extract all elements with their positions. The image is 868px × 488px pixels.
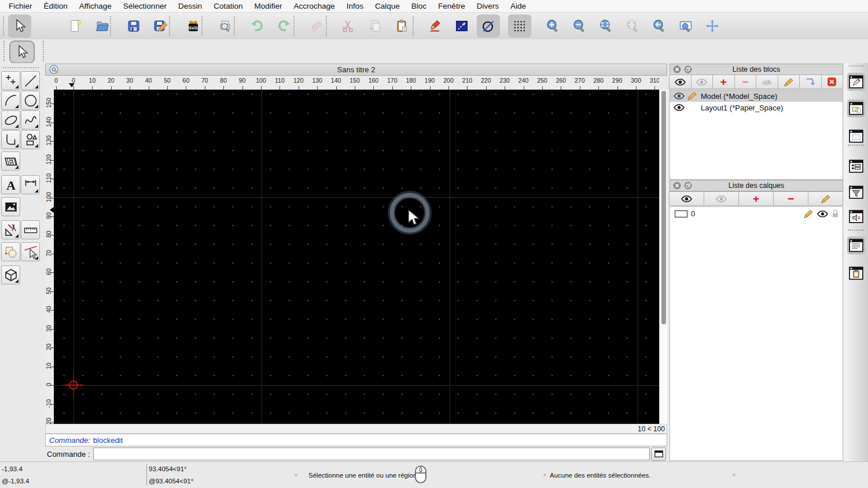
layer-visible-icon[interactable]	[817, 210, 828, 217]
drawing-canvas[interactable]	[54, 90, 659, 424]
hide-all-layers-button[interactable]	[704, 191, 739, 206]
zoom-previous-button[interactable]	[621, 14, 644, 38]
redo-button[interactable]	[273, 14, 296, 38]
save-as-button[interactable]	[149, 14, 172, 38]
menu-calque[interactable]: Calque	[369, 0, 406, 13]
scrollbar-thumb[interactable]	[661, 91, 666, 324]
layer-row-0[interactable]: 0	[670, 207, 843, 220]
shapes-tool-button[interactable]	[21, 130, 40, 149]
library-browser-toggle-button[interactable]	[847, 127, 865, 145]
measure-tool-button[interactable]	[21, 220, 40, 239]
layers-panel-close-icon[interactable]	[673, 182, 681, 190]
command-history-toggle-button[interactable]	[847, 236, 865, 254]
grid-button[interactable]	[508, 14, 531, 38]
hide-all-blocks-button[interactable]	[691, 75, 713, 89]
show-all-layers-button[interactable]	[669, 191, 704, 206]
menu-edition[interactable]: Édition	[38, 0, 73, 13]
block-edit-icon[interactable]	[687, 91, 697, 101]
open-file-button[interactable]	[91, 14, 114, 38]
block-visible-icon[interactable]	[674, 104, 685, 111]
hatch-tool-button[interactable]	[1, 151, 20, 171]
menu-selectionner[interactable]: Sélectionner	[117, 0, 172, 13]
zoom-pan-button[interactable]	[701, 14, 724, 38]
blocks-panel-close-icon[interactable]	[673, 65, 681, 73]
menu-infos[interactable]: Infos	[341, 0, 369, 13]
points-tool-button[interactable]	[1, 71, 20, 90]
order-tool-button[interactable]	[1, 242, 20, 261]
rename-block-button[interactable]: a|b	[756, 75, 778, 89]
menu-affichage[interactable]: Affichage	[73, 0, 117, 13]
layer-color-swatch[interactable]	[675, 210, 687, 217]
arc-tool-button[interactable]	[1, 91, 20, 110]
layer-lock-icon[interactable]	[832, 209, 839, 218]
blocks-panel-header: Liste des blocs	[670, 64, 843, 75]
spline-tool-button[interactable]	[21, 110, 40, 130]
line-tool-button[interactable]	[21, 71, 40, 90]
command-input[interactable]	[93, 448, 650, 460]
clipboard-toggle-button[interactable]	[847, 264, 865, 282]
zoom-in-button[interactable]	[541, 14, 564, 38]
zoom-back-button[interactable]	[648, 14, 671, 38]
layer-edit-icon[interactable]	[803, 209, 814, 219]
block-row-layout1[interactable]: Layout1 (*Paper_Space)	[670, 102, 843, 113]
entity-list-toggle-button[interactable]	[847, 157, 865, 175]
block-list-toggle-button[interactable]	[847, 73, 865, 91]
remove-block-button[interactable]: −	[734, 75, 757, 89]
edit-block-button[interactable]	[778, 75, 800, 89]
paste-button[interactable]	[391, 14, 414, 38]
block-visible-icon[interactable]	[674, 93, 685, 99]
draw-line-button[interactable]	[450, 14, 473, 38]
show-all-blocks-button[interactable]	[669, 75, 692, 89]
remove-layer-button[interactable]: −	[773, 191, 808, 206]
menu-modifier[interactable]: Modifier	[248, 0, 288, 13]
menu-fenetre[interactable]: Fenêtre	[432, 0, 471, 13]
cut-button[interactable]	[336, 14, 359, 38]
copy-button[interactable]	[363, 14, 387, 38]
blocks-panel-float-icon[interactable]	[684, 65, 692, 73]
edit-layer-button[interactable]	[808, 191, 843, 206]
menu-aide[interactable]: Aide	[505, 0, 532, 13]
pen-icon	[428, 19, 442, 33]
menu-bloc[interactable]: Bloc	[406, 0, 432, 13]
menu-divers[interactable]: Divers	[471, 0, 505, 13]
zoom-auto-button[interactable]	[594, 14, 617, 38]
image-tool-button[interactable]	[1, 197, 20, 216]
new-file-button[interactable]	[64, 14, 87, 38]
deselect-tool-button[interactable]	[21, 242, 40, 261]
save-button[interactable]	[122, 14, 145, 38]
undo-button[interactable]	[245, 14, 269, 38]
menu-cotation[interactable]: Cotation	[208, 0, 248, 13]
zoom-out-button[interactable]	[568, 14, 591, 38]
layers-panel-float-icon[interactable]	[684, 182, 692, 190]
solid3d-tool-button[interactable]	[1, 265, 20, 284]
command-options-button[interactable]	[651, 448, 666, 461]
print-preview-button[interactable]	[214, 14, 237, 38]
canvas-vertical-scrollbar[interactable]	[659, 90, 667, 424]
polyline-tool-button[interactable]	[1, 130, 20, 149]
block-row-model[interactable]: Model (*Model_Space)	[670, 90, 843, 102]
insert-block-button[interactable]	[799, 75, 822, 89]
selection-filter-toggle-button[interactable]	[847, 183, 865, 201]
svg-export-button[interactable]: SVG	[182, 14, 205, 38]
draw-circle-button[interactable]	[477, 14, 500, 38]
circle-tool-button[interactable]	[21, 91, 40, 110]
text-tool-button[interactable]: A	[1, 175, 20, 194]
pen-button[interactable]	[423, 14, 446, 38]
menu-fichier[interactable]: Fichier	[3, 0, 38, 13]
dimension-tool-button[interactable]	[21, 175, 40, 194]
add-block-button[interactable]: +	[712, 75, 735, 89]
menu-dessin[interactable]: Dessin	[172, 0, 208, 13]
select-button[interactable]	[8, 14, 31, 38]
plugins-toggle-button[interactable]	[847, 208, 865, 225]
ellipse-tool-button[interactable]	[1, 110, 20, 130]
select-toolbar	[0, 39, 868, 63]
zoom-window-button[interactable]	[674, 14, 697, 38]
menu-accrochage[interactable]: Accrochage	[288, 0, 340, 13]
add-layer-button[interactable]: +	[738, 191, 774, 206]
eraser-button[interactable]	[306, 14, 329, 38]
ruler-label: 80	[220, 77, 227, 84]
layer-list-toggle-button[interactable]	[847, 99, 865, 117]
delete-block-button[interactable]	[821, 75, 844, 89]
modify-tool-button[interactable]	[1, 220, 20, 239]
select-tool-button[interactable]	[9, 40, 35, 64]
